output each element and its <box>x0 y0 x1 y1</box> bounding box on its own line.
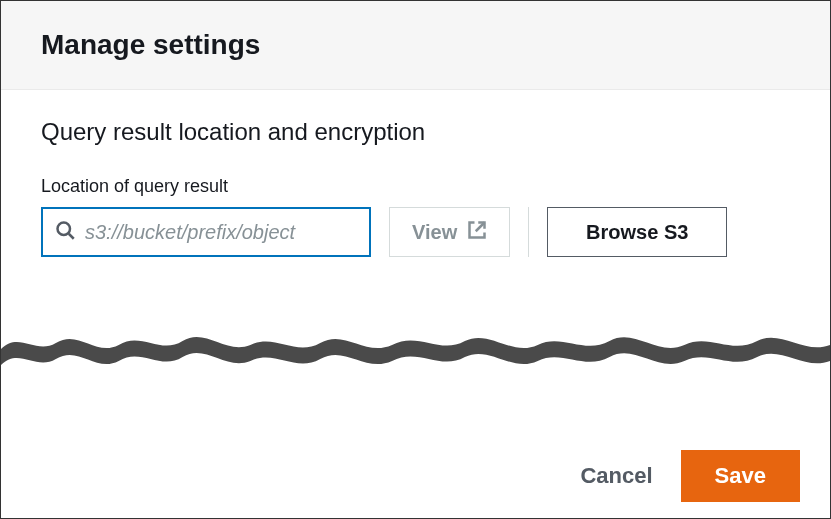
dialog-title: Manage settings <box>41 29 790 61</box>
dialog-body: Query result location and encryption Loc… <box>1 90 830 257</box>
location-row: View Browse S3 <box>41 207 790 257</box>
cancel-button-label: Cancel <box>580 463 652 488</box>
section-title: Query result location and encryption <box>41 118 790 146</box>
dialog-manage-settings: Manage settings Query result location an… <box>0 0 831 519</box>
browse-s3-button[interactable]: Browse S3 <box>547 207 727 257</box>
cancel-button[interactable]: Cancel <box>580 463 652 489</box>
svg-line-2 <box>476 222 485 231</box>
field-label-location: Location of query result <box>41 176 790 197</box>
location-input[interactable] <box>85 221 357 244</box>
location-input-group[interactable] <box>41 207 371 257</box>
dialog-footer: Cancel Save <box>1 433 830 518</box>
dialog-header: Manage settings <box>1 1 830 90</box>
svg-point-0 <box>58 223 71 236</box>
svg-line-1 <box>69 234 74 239</box>
external-link-icon <box>467 220 487 245</box>
vertical-divider <box>528 207 529 257</box>
save-button-label: Save <box>715 463 766 488</box>
save-button[interactable]: Save <box>681 450 800 502</box>
view-button[interactable]: View <box>389 207 510 257</box>
view-button-label: View <box>412 221 457 244</box>
search-icon <box>55 220 75 244</box>
browse-s3-button-label: Browse S3 <box>586 221 688 244</box>
torn-edge-decoration <box>1 321 830 371</box>
